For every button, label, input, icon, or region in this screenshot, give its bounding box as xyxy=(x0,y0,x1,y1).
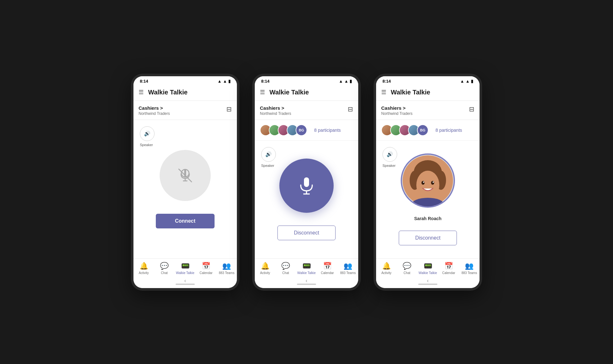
home-indicator-2: ‹ xyxy=(255,276,358,288)
channel-org-1: Northwind Traders xyxy=(139,111,170,116)
nav-item-activity-2[interactable]: 🔔 Activity xyxy=(256,262,274,275)
nav-item-activity-3[interactable]: 🔔 Activity xyxy=(377,262,395,275)
bottom-nav-2: 🔔 Activity 💬 Chat 📟 Walkie Talkie 📅 Cale… xyxy=(255,258,358,276)
nav-item-chat-1[interactable]: 💬 Chat xyxy=(155,262,173,275)
nav-label-teams-2: 883 Teams xyxy=(340,271,356,275)
nav-icon-calendar-3: 📅 xyxy=(444,262,453,270)
nav-icon-teams-3: 👥 xyxy=(465,262,473,270)
home-line-1 xyxy=(176,284,195,285)
nav-label-walkie-3: Walkie Talkie xyxy=(419,271,437,275)
nav-icon-teams-2: 👥 xyxy=(344,262,352,270)
nav-item-chat-2[interactable]: 💬 Chat xyxy=(277,262,295,275)
nav-icon-activity-3: 🔔 xyxy=(382,262,391,270)
nav-item-walkie-1[interactable]: 📟 Walkie Talkie xyxy=(176,262,194,275)
hamburger-icon-1[interactable]: ☰ xyxy=(139,89,144,96)
back-chevron-3[interactable]: ‹ xyxy=(427,278,428,284)
speaker-icon-1: 🔊 xyxy=(144,130,150,137)
phone-connected: 8:14 ▲ ▲ ▮ ☰ Walkie Talkie Cashiers > No… xyxy=(252,74,361,291)
app-header-3: ☰ Walkie Talkie xyxy=(376,85,480,101)
participants-row-3: BG 8 participants xyxy=(376,120,480,141)
app-header-1: ☰ Walkie Talkie xyxy=(133,85,237,101)
status-icons-2: ▲ ▲ ▮ xyxy=(339,79,352,84)
app-title-3: Walkie Talkie xyxy=(391,89,474,96)
nav-label-walkie-1: Walkie Talkie xyxy=(176,271,194,275)
speaker-icon-2: 🔊 xyxy=(265,151,272,157)
speaker-label-3: Speaker xyxy=(382,164,396,167)
signal-icon-1: ▲ xyxy=(223,79,227,84)
nav-item-teams-3[interactable]: 👥 883 Teams xyxy=(460,262,478,275)
wifi-icon-1: ▲ xyxy=(217,79,222,84)
svg-point-15 xyxy=(431,181,434,185)
hamburger-icon-2[interactable]: ☰ xyxy=(260,89,265,96)
nav-icon-chat-2: 💬 xyxy=(281,262,290,270)
channel-header-1: Cashiers > Northwind Traders ⊟ xyxy=(133,101,237,120)
svg-point-14 xyxy=(421,181,425,185)
speaker-button-2[interactable]: 🔊 xyxy=(261,147,276,162)
nav-item-walkie-2[interactable]: 📟 Walkie Talkie xyxy=(297,262,316,275)
channel-name-3[interactable]: Cashiers > xyxy=(381,105,412,111)
speaking-avatar-container xyxy=(401,153,455,213)
phone-screen-3: 8:14 ▲ ▲ ▮ ☰ Walkie Talkie Cashiers > No… xyxy=(376,76,480,288)
nav-icon-chat-3: 💬 xyxy=(403,262,411,270)
home-line-2 xyxy=(297,284,316,285)
nav-label-activity-3: Activity xyxy=(381,271,391,275)
phone-speaking: 8:14 ▲ ▲ ▮ ☰ Walkie Talkie Cashiers > No… xyxy=(374,74,482,291)
bottom-nav-3: 🔔 Activity 💬 Chat 📟 Walkie Talkie 📅 Cale… xyxy=(376,258,480,276)
disconnect-button-3[interactable]: Disconnect xyxy=(399,231,457,245)
nav-item-teams-1[interactable]: 👥 883 Teams xyxy=(218,262,236,275)
sarah-roach-avatar xyxy=(402,155,454,206)
speaker-button-1[interactable]: 🔊 xyxy=(140,126,155,141)
participants-count-2: 8 participants xyxy=(314,128,341,133)
channel-name-1[interactable]: Cashiers > xyxy=(139,105,170,111)
mic-active-icon xyxy=(295,174,318,197)
nav-icon-teams-1: 👥 xyxy=(222,262,231,270)
nav-label-calendar-1: Calendar xyxy=(200,271,213,275)
back-chevron-2[interactable]: ‹ xyxy=(306,278,307,284)
nav-item-activity-1[interactable]: 🔔 Activity xyxy=(135,262,153,275)
svg-point-16 xyxy=(423,182,424,183)
speaker-label-2: Speaker xyxy=(261,164,274,167)
home-indicator-3: ‹ xyxy=(376,276,480,288)
nav-label-teams-3: 883 Teams xyxy=(461,271,477,275)
nav-item-chat-3[interactable]: 💬 Chat xyxy=(398,262,416,275)
nav-item-calendar-1[interactable]: 📅 Calendar xyxy=(197,262,215,275)
app-title-1: Walkie Talkie xyxy=(148,89,232,96)
disconnect-button-2[interactable]: Disconnect xyxy=(277,226,335,240)
speaker-button-3[interactable]: 🔊 xyxy=(382,147,397,162)
chat-icon-3[interactable]: ⊟ xyxy=(469,105,474,113)
nav-item-teams-2[interactable]: 👥 883 Teams xyxy=(339,262,357,275)
screen-content-3: Cashiers > Northwind Traders ⊟ BG 8 part… xyxy=(376,101,480,258)
nav-label-activity-1: Activity xyxy=(139,271,149,275)
connect-button[interactable]: Connect xyxy=(156,214,215,228)
phone-screen-2: 8:14 ▲ ▲ ▮ ☰ Walkie Talkie Cashiers > No… xyxy=(255,76,358,288)
status-icons-3: ▲ ▲ ▮ xyxy=(460,79,473,84)
app-header-2: ☰ Walkie Talkie xyxy=(255,85,358,101)
home-indicator-1: ‹ xyxy=(133,276,237,288)
channel-name-2[interactable]: Cashiers > xyxy=(260,105,291,111)
back-chevron-1[interactable]: ‹ xyxy=(184,278,186,284)
status-icons-1: ▲ ▲ ▮ xyxy=(217,79,231,84)
nav-item-calendar-2[interactable]: 📅 Calendar xyxy=(318,262,336,275)
screen-content-2: Cashiers > Northwind Traders ⊟ BG 8 part… xyxy=(255,101,358,258)
speaker-label-1: Speaker xyxy=(140,143,153,147)
mic-circle-connected[interactable] xyxy=(279,159,334,213)
bottom-nav-1: 🔔 Activity 💬 Chat 📟 Walkie Talkie 📅 Cale… xyxy=(133,258,237,276)
nav-label-walkie-2: Walkie Talkie xyxy=(297,271,316,275)
nav-icon-walkie-3: 📟 xyxy=(424,262,432,270)
status-bar-1: 8:14 ▲ ▲ ▮ xyxy=(133,76,237,85)
nav-label-activity-2: Activity xyxy=(260,271,270,275)
speaker-icon-3: 🔊 xyxy=(387,151,393,157)
hamburger-icon-3[interactable]: ☰ xyxy=(381,89,386,96)
signal-icon-3: ▲ xyxy=(465,79,470,84)
nav-label-chat-1: Chat xyxy=(161,271,168,275)
nav-item-calendar-3[interactable]: 📅 Calendar xyxy=(440,262,458,275)
chat-icon-1[interactable]: ⊟ xyxy=(226,105,232,113)
nav-item-walkie-3[interactable]: 📟 Walkie Talkie xyxy=(419,262,437,275)
channel-info-3: Cashiers > Northwind Traders xyxy=(381,105,412,116)
main-area-1: 🔊 Speaker xyxy=(133,120,237,258)
chat-icon-2[interactable]: ⊟ xyxy=(348,105,353,113)
nav-icon-calendar-2: 📅 xyxy=(323,262,332,270)
channel-org-3: Northwind Traders xyxy=(381,111,412,116)
svg-point-13 xyxy=(416,171,439,199)
status-bar-2: 8:14 ▲ ▲ ▮ xyxy=(255,76,358,85)
